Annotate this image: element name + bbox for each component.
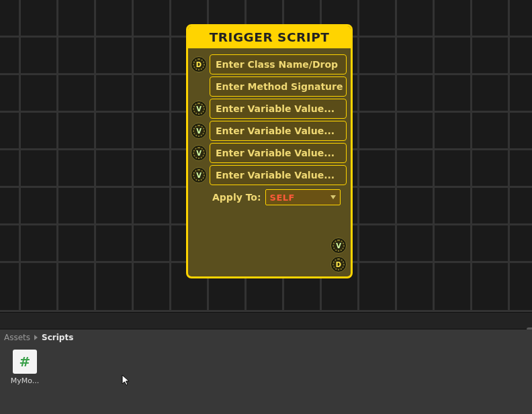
apply-to-value: SELF — [270, 193, 295, 203]
project-browser[interactable]: Assets Scripts # MyMo... — [0, 329, 532, 414]
asset-name: MyMo... — [11, 376, 40, 385]
var3-placeholder: Enter Variable Value... — [216, 148, 335, 158]
var2-row: V Enter Variable Value... — [191, 121, 347, 141]
method-sig-field[interactable]: Enter Method Signature — [210, 76, 347, 97]
var4-row: V Enter Variable Value... — [191, 165, 347, 185]
v-output-port-icon[interactable]: V — [330, 238, 347, 254]
script-file-icon: # — [13, 350, 37, 374]
node-header[interactable]: TRIGGER SCRIPT — [188, 26, 351, 48]
d-output-port-icon[interactable]: D — [330, 256, 347, 272]
method-sig-row: Enter Method Signature — [191, 76, 347, 97]
apply-to-select[interactable]: SELF — [265, 189, 341, 205]
v-port-icon[interactable]: V — [191, 167, 207, 183]
output-ports: V D — [330, 238, 347, 272]
breadcrumb-item-assets[interactable]: Assets — [4, 333, 30, 342]
v-port-icon[interactable]: V — [191, 123, 207, 139]
v-port-icon[interactable]: V — [191, 145, 207, 161]
class-name-placeholder: Enter Class Name/Drop — [216, 59, 338, 70]
class-name-row: D Enter Class Name/Drop — [191, 54, 347, 74]
mouse-cursor-icon — [122, 374, 131, 386]
var4-field[interactable]: Enter Variable Value... — [210, 165, 347, 185]
node-body: D Enter Class Name/Drop Enter Method Sig… — [188, 48, 351, 276]
panel-divider[interactable] — [0, 312, 532, 329]
d-port-icon[interactable]: D — [191, 56, 207, 72]
chevron-right-icon — [34, 335, 38, 340]
var4-placeholder: Enter Variable Value... — [216, 170, 335, 180]
var1-placeholder: Enter Variable Value... — [216, 103, 335, 114]
apply-to-label: Apply To: — [212, 192, 261, 203]
trigger-script-node[interactable]: TRIGGER SCRIPT D Enter Class Name/Drop E… — [186, 24, 353, 278]
var2-field[interactable]: Enter Variable Value... — [210, 121, 347, 141]
chevron-down-icon — [330, 195, 336, 199]
asset-item[interactable]: # MyMo... — [9, 350, 40, 385]
class-name-field[interactable]: Enter Class Name/Drop — [210, 54, 347, 74]
var3-field[interactable]: Enter Variable Value... — [210, 143, 347, 163]
port-spacer — [191, 79, 207, 95]
breadcrumb: Assets Scripts — [0, 329, 532, 346]
asset-grid[interactable]: # MyMo... — [0, 346, 532, 389]
var3-row: V Enter Variable Value... — [191, 143, 347, 163]
method-sig-placeholder: Enter Method Signature — [216, 81, 343, 92]
var2-placeholder: Enter Variable Value... — [216, 125, 335, 136]
v-port-icon[interactable]: V — [191, 101, 207, 117]
var1-row: V Enter Variable Value... — [191, 99, 347, 119]
var1-field[interactable]: Enter Variable Value... — [210, 99, 347, 119]
breadcrumb-item-scripts[interactable]: Scripts — [42, 333, 73, 342]
node-graph-canvas[interactable]: TRIGGER SCRIPT D Enter Class Name/Drop E… — [0, 0, 532, 312]
node-title: TRIGGER SCRIPT — [188, 30, 351, 44]
apply-to-row: Apply To: SELF — [212, 189, 347, 205]
